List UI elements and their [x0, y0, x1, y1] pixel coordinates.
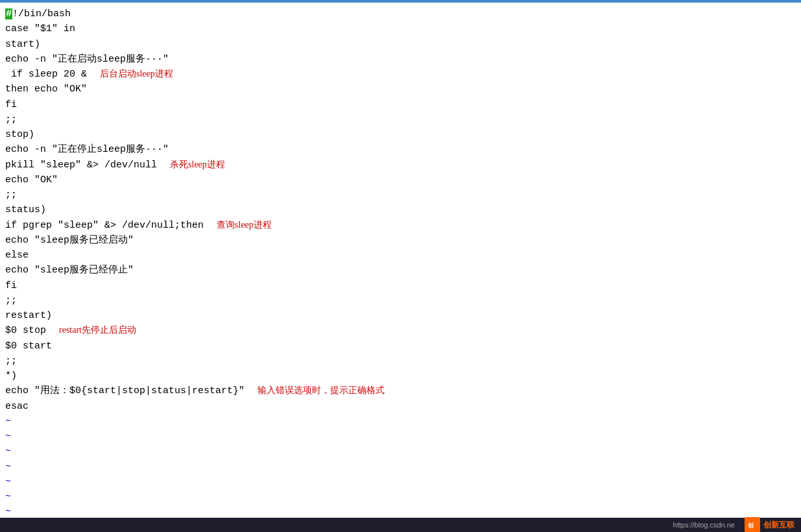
code-text-12: echo "OK": [5, 173, 58, 187]
code-line-15: if pgrep "sleep" &> /dev/null;then 查询sle…: [5, 218, 796, 233]
code-text-14: status): [5, 202, 46, 217]
bottom-bar: https://blog.csdn.ne 创 创新互联: [0, 518, 801, 532]
code-text-4: echo -n "正在启动sleep服务···": [5, 52, 169, 67]
code-text-11: pkill "sleep" &> /dev/null: [5, 158, 157, 173]
code-line-7: fi: [5, 97, 796, 112]
code-line-27: esac: [5, 399, 796, 414]
tilde-7: ~: [5, 504, 796, 519]
code-container: #!/bin/bash case "$1" in start) echo -n …: [0, 0, 801, 532]
code-text-13: ;;: [5, 187, 17, 202]
code-text-7: fi: [5, 97, 17, 112]
code-text-19: fi: [5, 278, 17, 293]
code-text-16: echo "sleep服务已经启动": [5, 233, 134, 248]
code-text-1: #!/bin/bash: [5, 6, 71, 21]
tilde-6: ~: [5, 489, 796, 504]
annotation-22: restart先停止后启动: [59, 323, 136, 337]
code-text-5: if sleep 20 &: [5, 67, 87, 82]
code-line-22: $0 stop restart先停止后启动: [5, 323, 796, 338]
annotation-5: 后台启动sleep进程: [100, 67, 173, 81]
code-line-16: echo "sleep服务已经启动": [5, 233, 796, 248]
code-text-17: else: [5, 248, 29, 263]
code-line-11: pkill "sleep" &> /dev/null 杀死sleep进程: [5, 158, 796, 173]
annotation-11: 杀死sleep进程: [170, 158, 225, 172]
code-text-22: $0 stop: [5, 323, 46, 338]
code-line-14: status): [5, 202, 796, 217]
code-text-3: start): [5, 37, 40, 52]
code-line-3: start): [5, 37, 796, 52]
code-line-6: then echo "OK": [5, 82, 796, 97]
code-line-2: case "$1" in: [5, 21, 796, 36]
code-text-6: then echo "OK": [5, 82, 87, 97]
code-line-12: echo "OK": [5, 173, 796, 187]
code-line-24: ;;: [5, 354, 796, 369]
code-line-19: fi: [5, 278, 796, 293]
svg-text:创: 创: [747, 522, 754, 529]
tilde-3: ~: [5, 444, 796, 459]
code-text-9: stop): [5, 127, 34, 142]
code-text-10: echo -n "正在停止sleep服务···": [5, 142, 169, 157]
code-line-8: ;;: [5, 112, 796, 127]
code-line-5: if sleep 20 & 后台启动sleep进程: [5, 67, 796, 82]
csdn-logo-text: 创新互联: [763, 520, 795, 531]
code-text-25: *): [5, 369, 17, 383]
code-text-21: restart): [5, 308, 52, 323]
tilde-1: ~: [5, 414, 796, 429]
top-blue-bar: [0, 0, 801, 3]
code-line-17: else: [5, 248, 796, 263]
code-text-8: ;;: [5, 112, 17, 127]
bottom-url: https://blog.csdn.ne: [673, 521, 735, 529]
code-text-24: ;;: [5, 354, 17, 369]
code-line-25: *): [5, 369, 796, 383]
code-line-13: ;;: [5, 187, 796, 202]
code-line-4: echo -n "正在启动sleep服务···": [5, 52, 796, 67]
code-text-23: $0 start: [5, 339, 52, 354]
csdn-logo: 创 创新互联: [745, 517, 795, 532]
shebang-hash: #: [5, 8, 12, 19]
code-text-27: esac: [5, 399, 29, 414]
code-line-21: restart): [5, 308, 796, 323]
code-line-20: ;;: [5, 293, 796, 308]
code-text-26: echo "用法：$0{start|stop|status|restart}": [5, 383, 245, 398]
tilde-5: ~: [5, 474, 796, 489]
tilde-2: ~: [5, 429, 796, 444]
code-line-1: #!/bin/bash: [5, 6, 796, 21]
code-text-15: if pgrep "sleep" &> /dev/null;then: [5, 218, 204, 233]
annotation-15: 查询sleep进程: [217, 218, 272, 232]
code-line-10: echo -n "正在停止sleep服务···": [5, 142, 796, 157]
code-text-18: echo "sleep服务已经停止": [5, 263, 134, 278]
code-line-9: stop): [5, 127, 796, 142]
tilde-4: ~: [5, 459, 796, 474]
code-text-20: ;;: [5, 293, 17, 308]
code-line-18: echo "sleep服务已经停止": [5, 263, 796, 278]
csdn-icon: 创: [745, 517, 760, 532]
code-line-26: echo "用法：$0{start|stop|status|restart}" …: [5, 383, 796, 398]
code-text-2: case "$1" in: [5, 21, 75, 36]
annotation-26: 输入错误选项时，提示正确格式: [257, 383, 385, 398]
code-line-23: $0 start: [5, 339, 796, 354]
code-content: #!/bin/bash case "$1" in start) echo -n …: [5, 3, 796, 520]
